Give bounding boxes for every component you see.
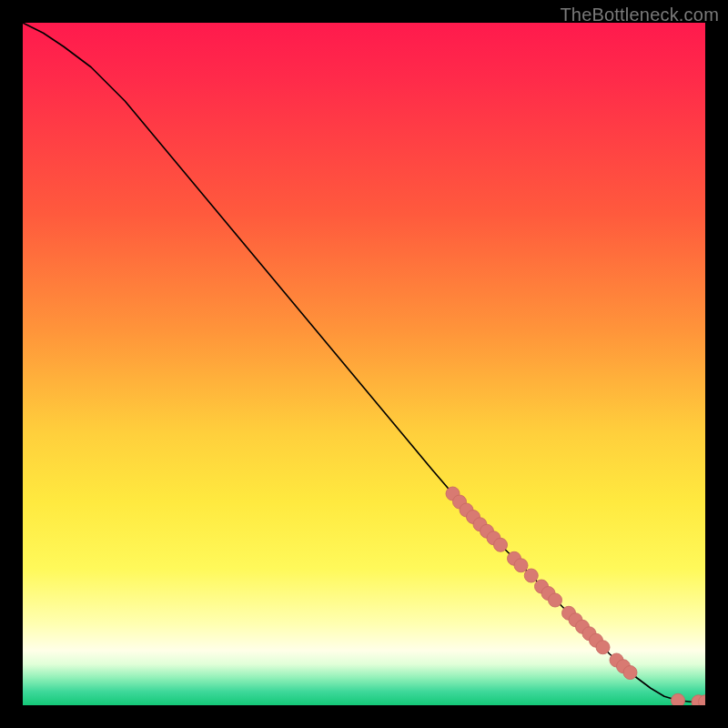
data-marker xyxy=(494,538,508,551)
chart-stage: TheBottleneck.com xyxy=(0,0,728,728)
data-marker xyxy=(514,559,528,572)
data-marker xyxy=(672,693,685,705)
plot-area xyxy=(23,23,705,705)
data-marker xyxy=(623,666,637,680)
data-marker xyxy=(549,593,562,607)
data-marker xyxy=(524,569,538,582)
data-markers xyxy=(446,487,705,705)
data-marker xyxy=(596,641,610,654)
bottleneck-curve xyxy=(23,23,705,702)
chart-svg xyxy=(23,23,705,705)
